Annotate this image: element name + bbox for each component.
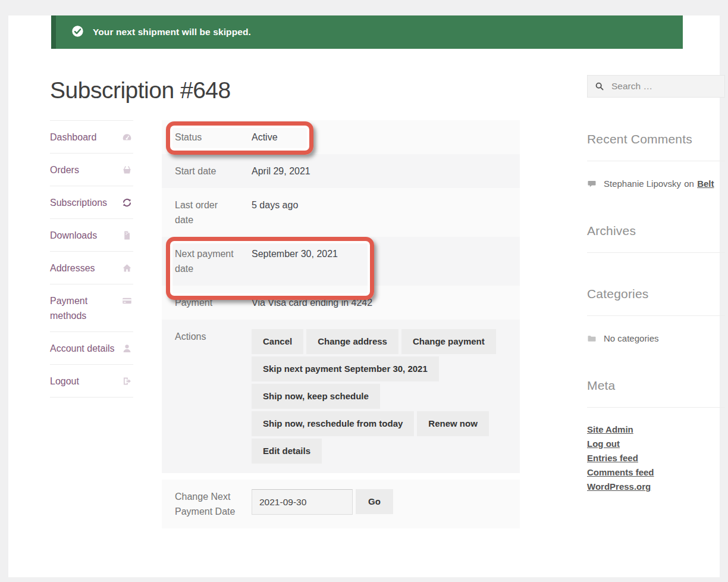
row-label: Actions: [162, 320, 239, 473]
actions-cell: Cancel Change address Change payment Ski…: [239, 320, 520, 473]
success-banner: Your next shipment will be skipped.: [51, 15, 683, 49]
basket-icon: [122, 165, 132, 175]
nav-item-subscriptions: Subscriptions: [50, 186, 133, 219]
nav-link-orders[interactable]: Orders: [50, 154, 133, 186]
nav-item-downloads: Downloads: [50, 219, 133, 252]
nav-item-addresses: Addresses: [50, 252, 133, 284]
nav-item-orders: Orders: [50, 154, 133, 186]
folder-icon: [587, 334, 597, 343]
action-button-row: Ship now, reschedule from today Renew no…: [252, 411, 496, 436]
logout-icon: [122, 376, 132, 386]
list-item: Comments feed: [587, 467, 725, 477]
nav-label: Account details: [50, 341, 115, 356]
subscription-details-table: Status Active Start date April 29, 2021 …: [162, 120, 520, 528]
renew-now-button[interactable]: Renew now: [417, 411, 489, 436]
nav-item-account-details: Account details: [50, 332, 133, 365]
row-label: Payment: [162, 286, 239, 320]
page-title: Subscription #648: [50, 76, 561, 105]
wordpress-org-link[interactable]: WordPress.org: [587, 481, 651, 492]
meta-links-list: Site Admin Log out Entries feed Comments…: [587, 424, 725, 492]
log-out-link[interactable]: Log out: [587, 439, 620, 449]
table-row-actions: Actions Cancel Change address Change pay…: [162, 320, 520, 473]
status-value: Active: [239, 120, 520, 154]
nav-label: Orders: [50, 162, 79, 177]
sidebar: Recent Comments Stephanie Lipovsky on Be…: [587, 75, 725, 528]
nav-link-account-details[interactable]: Account details: [50, 332, 133, 364]
comment-connector: on: [684, 179, 694, 189]
meta-widget: Meta Site Admin Log out Entries feed Com…: [587, 378, 725, 492]
file-icon: [122, 230, 132, 240]
nav-link-subscriptions[interactable]: Subscriptions: [50, 186, 133, 218]
categories-widget: Categories No categories: [587, 287, 725, 345]
nav-item-dashboard: Dashboard: [50, 121, 133, 154]
divider: [587, 407, 725, 408]
no-categories-text: No categories: [604, 333, 659, 345]
widget-title: Meta: [587, 378, 725, 393]
entries-feed-link[interactable]: Entries feed: [587, 453, 638, 463]
nav-label: Logout: [50, 374, 79, 389]
list-item: Entries feed: [587, 453, 725, 463]
comment-author: Stephanie Lipovsky: [604, 179, 681, 189]
no-categories-item: No categories: [587, 333, 725, 345]
row-label: Start date: [162, 154, 239, 188]
row-label: Status: [162, 120, 239, 154]
nav-item-logout: Logout: [50, 365, 133, 398]
skip-next-payment-button[interactable]: Skip next payment September 30, 2021: [252, 356, 439, 381]
nav-link-payment-methods[interactable]: Payment methods: [50, 284, 133, 331]
nav-link-addresses[interactable]: Addresses: [50, 252, 133, 284]
action-button-row: Skip next payment September 30, 2021: [252, 356, 496, 381]
search-input[interactable]: [587, 75, 725, 98]
widget-title: Recent Comments: [587, 132, 725, 146]
nav-label: Downloads: [50, 228, 97, 243]
nav-link-logout[interactable]: Logout: [50, 365, 133, 397]
change-payment-button[interactable]: Change payment: [401, 329, 496, 354]
table-row-next-payment-date: Next payment date September 30, 2021: [162, 237, 520, 286]
ship-now-keep-schedule-button[interactable]: Ship now, keep schedule: [252, 384, 380, 409]
recent-comment-item: Stephanie Lipovsky on Belt: [587, 178, 725, 190]
list-item: Log out: [587, 439, 725, 449]
site-admin-link[interactable]: Site Admin: [587, 424, 633, 434]
cancel-button[interactable]: Cancel: [252, 329, 303, 354]
divider: [587, 252, 725, 253]
nav-link-downloads[interactable]: Downloads: [50, 219, 133, 251]
payment-method-value: Via Visa card ending in 4242: [239, 286, 520, 320]
last-order-date-value: 5 days ago: [239, 188, 520, 237]
list-item: WordPress.org: [587, 481, 725, 492]
divider: [587, 161, 725, 161]
search-form: [587, 75, 725, 98]
comment-text: Stephanie Lipovsky on Belt: [604, 178, 714, 190]
list-item: Site Admin: [587, 424, 725, 434]
nav-link-dashboard[interactable]: Dashboard: [50, 121, 133, 153]
nav-item-payment-methods: Payment methods: [50, 284, 133, 332]
comment-bubble-icon: [587, 179, 597, 189]
recent-comments-widget: Recent Comments Stephanie Lipovsky on Be…: [587, 132, 725, 190]
search-icon: [595, 82, 604, 91]
action-button-row: Ship now, keep schedule: [252, 384, 496, 409]
gauge-icon: [122, 132, 132, 142]
sync-icon: [122, 198, 132, 208]
next-payment-date-input[interactable]: [252, 489, 353, 515]
check-circle-icon: [71, 25, 84, 40]
row-label: Change Next Payment Date: [162, 480, 239, 528]
table-row-status: Status Active: [162, 120, 520, 154]
user-icon: [122, 343, 132, 353]
next-payment-date-value: September 30, 2021: [239, 237, 520, 286]
ship-now-reschedule-button[interactable]: Ship now, reschedule from today: [252, 411, 414, 436]
nav-label: Subscriptions: [50, 195, 107, 210]
comment-post-link[interactable]: Belt: [697, 179, 714, 189]
row-label: Next payment date: [162, 237, 239, 286]
change-address-button[interactable]: Change address: [306, 329, 398, 354]
edit-details-button[interactable]: Edit details: [252, 439, 322, 464]
home-icon: [122, 263, 132, 273]
row-label: Last order date: [162, 188, 239, 237]
action-button-row: Cancel Change address Change payment: [252, 329, 496, 354]
page-card: Your next shipment will be skipped. Subs…: [8, 15, 720, 577]
account-nav: Dashboard Orders Subscriptions Downloads…: [50, 120, 133, 528]
table-row-change-next-payment-date: Change Next Payment Date Go: [162, 480, 520, 528]
banner-message: Your next shipment will be skipped.: [93, 27, 251, 37]
divider: [587, 315, 725, 316]
go-button[interactable]: Go: [356, 489, 393, 514]
table-row-start-date: Start date April 29, 2021: [162, 154, 520, 188]
widget-title: Categories: [587, 287, 725, 301]
comments-feed-link[interactable]: Comments feed: [587, 467, 654, 477]
